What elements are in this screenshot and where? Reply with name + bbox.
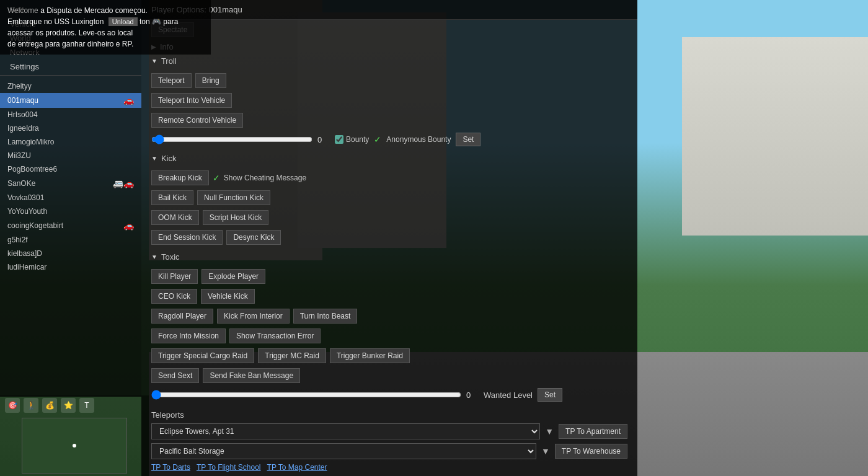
troll-row-3: Remote Control Vehicle [151, 110, 627, 130]
bounty-slider[interactable] [151, 133, 312, 146]
player-name-g5hi2f: g5hi2f [7, 236, 28, 244]
tp-to-warehouse-button[interactable]: TP To Warehouse [555, 444, 627, 459]
anonymous-bounty-label[interactable]: Anonymous Bounty [386, 135, 451, 144]
bounty-checkbox-label[interactable]: Bounty [335, 135, 369, 144]
null-function-kick-button[interactable]: Null Function Kick [197, 190, 270, 205]
player-item-zheityy[interactable]: Zheityy [0, 79, 141, 93]
building-right [682, 37, 868, 236]
tp-to-darts-link[interactable]: TP To Darts [151, 463, 190, 472]
script-host-kick-button[interactable]: Script Host Kick [203, 210, 269, 225]
desync-kick-button[interactable]: Desync Kick [226, 230, 281, 245]
turn-into-beast-button[interactable]: Turn Into Beast [293, 309, 358, 324]
tp-to-apartment-button[interactable]: TP To Apartment [559, 424, 627, 439]
player-item-cooingkogetabirt[interactable]: cooingKogetabirt 🚗 [0, 218, 141, 233]
oom-kick-button[interactable]: OOM Kick [151, 210, 199, 225]
bounty-label-text: Bounty [346, 135, 369, 144]
vehicle-kick-button[interactable]: Vehicle Kick [201, 289, 255, 304]
player-item-001maqu[interactable]: 001maqu 🚗 [0, 93, 141, 108]
checkmark-icon: ✓ [374, 134, 381, 144]
end-session-kick-button[interactable]: End Session Kick [151, 230, 223, 245]
force-into-mission-button[interactable]: Force Into Mission [151, 328, 226, 343]
toxic-row-2: CEO Kick Vehicle Kick [151, 286, 627, 306]
troll-section-header[interactable]: ▼ Troll [141, 54, 637, 68]
warehouse-select[interactable]: Pacific Bait Storage [151, 443, 536, 459]
player-item-sanoke[interactable]: SanOKe 🚐🚗 [0, 176, 141, 191]
apartment-select[interactable]: Eclipse Towers, Apt 31 [151, 423, 540, 439]
toxic-label: Toxic [161, 252, 180, 262]
player-name-kielbasa: kielbasa]D [7, 249, 42, 258]
send-sext-button[interactable]: Send Sext [151, 368, 199, 383]
teleports-section: Teleports Eclipse Towers, Apt 31 ▼ TP To… [141, 407, 637, 475]
warehouse-dropdown-arrow: ▼ [541, 446, 550, 456]
player-item-yoyouyouth[interactable]: YoYouYouth [0, 205, 141, 218]
player-name-zheityy: Zheityy [7, 82, 32, 90]
apartment-dropdown-arrow: ▼ [545, 426, 554, 436]
bounty-checkbox[interactable] [335, 135, 343, 144]
send-fake-ban-message-button[interactable]: Send Fake Ban Message [203, 368, 300, 383]
player-item-pogboomtree6[interactable]: PogBoomtree6 [0, 162, 141, 176]
bounty-set-button[interactable]: Set [456, 133, 480, 146]
trigger-mc-raid-button[interactable]: Trigger MC Raid [258, 348, 326, 363]
sidebar-divider [0, 75, 141, 76]
player-item-mii3zu[interactable]: Mii3ZU [0, 149, 141, 162]
teleport-into-vehicle-button[interactable]: Teleport Into Vehicle [151, 93, 232, 108]
remote-control-vehicle-button[interactable]: Remote Control Vehicle [151, 113, 243, 128]
kick-section-header[interactable]: ▼ Kick [141, 151, 637, 165]
hud-star-icon: ⭐ [61, 398, 76, 413]
hud-money-icon: 💰 [42, 398, 57, 413]
trigger-special-cargo-raid-button[interactable]: Trigger Special Cargo Raid [151, 348, 254, 363]
player-list: Zheityy 001maqu 🚗 HrIso004 IgneeIdra Lam… [0, 79, 141, 397]
wanted-level-value: 0 [466, 390, 479, 400]
kick-label: Kick [161, 154, 177, 163]
player-item-lamogiomikro[interactable]: LamogioMikro [0, 135, 141, 149]
kick-row-2: Bail Kick Null Function Kick [151, 188, 627, 208]
wanted-level-set-button[interactable]: Set [538, 388, 562, 402]
player-vehicle-icon-001maqu: 🚗 [123, 95, 134, 105]
kick-from-interior-button[interactable]: Kick From Interior [217, 309, 290, 324]
unload-button[interactable]: Unload [108, 17, 138, 26]
player-item-vovka0301[interactable]: Vovka0301 [0, 191, 141, 205]
bring-button[interactable]: Bring [195, 73, 226, 88]
show-transaction-error-button[interactable]: Show Transaction Error [229, 328, 321, 343]
notification-overlay: Welcome a Disputa de Mercado começou. Em… [0, 0, 211, 55]
player-item-g5hi2f[interactable]: g5hi2f [0, 233, 141, 247]
player-item-hriso004[interactable]: HrIso004 [0, 108, 141, 121]
hud-bottom: 🎯 🚶 💰 ⭐ T [0, 395, 149, 476]
sidebar-item-settings[interactable]: Settings [0, 60, 141, 74]
show-cheating-message-label[interactable]: Show Cheating Message [224, 174, 306, 182]
bail-kick-button[interactable]: Bail Kick [151, 190, 193, 205]
explode-player-button[interactable]: Explode Player [202, 269, 265, 284]
ragdoll-player-button[interactable]: Ragdoll Player [151, 309, 213, 324]
sidebar: Self Vehicle World Network Settings Zhei… [0, 0, 141, 397]
player-item-ludihemicar[interactable]: ludiHemicar [0, 260, 141, 274]
tp-to-map-center-link[interactable]: TP To Map Center [267, 463, 327, 472]
notification-symbol: ton 🎮 para [140, 17, 178, 26]
breakup-kick-button[interactable]: Breakup Kick [151, 170, 209, 185]
troll-label: Troll [161, 56, 177, 66]
apartment-dropdown-row: Eclipse Towers, Apt 31 ▼ TP To Apartment [151, 423, 627, 439]
toxic-section-header[interactable]: ▼ Toxic [141, 250, 637, 264]
kill-player-button[interactable]: Kill Player [151, 269, 198, 284]
player-name-lamogiomikro: LamogioMikro [7, 138, 54, 146]
teleport-button[interactable]: Teleport [151, 73, 192, 88]
show-cheating-message-text: Show Cheating Message [224, 174, 306, 182]
player-name-hriso004: HrIso004 [7, 110, 38, 119]
player-name-igneeldra: IgneeIdra [7, 124, 39, 133]
notification-line3: acessar os produtos. Leve-os ao local [7, 27, 203, 38]
info-section-header[interactable]: ▶ Info [141, 40, 637, 54]
notification-line2: Embarque no USS Luxington [7, 17, 104, 26]
trigger-bunker-raid-button[interactable]: Trigger Bunker Raid [330, 348, 410, 363]
ceo-kick-button[interactable]: CEO Kick [151, 289, 197, 304]
toxic-row-4: Force Into Mission Show Transaction Erro… [151, 326, 627, 346]
player-item-igneeldra[interactable]: IgneeIdra [0, 121, 141, 135]
wanted-level-slider[interactable] [151, 390, 461, 400]
hud-icons-row: 🎯 🚶 💰 ⭐ T [0, 395, 149, 415]
player-name-pogboomtree6: PogBoomtree6 [7, 165, 57, 174]
tp-to-flight-school-link[interactable]: TP To Flight School [197, 463, 261, 472]
toxic-section: Kill Player Explode Player CEO Kick Vehi… [141, 264, 637, 407]
minimap-player-dot [73, 444, 76, 447]
notification-line1: a Disputa de Mercado começou. [40, 6, 148, 15]
toxic-row-3: Ragdoll Player Kick From Interior Turn I… [151, 306, 627, 326]
player-item-kielbasa[interactable]: kielbasa]D [0, 247, 141, 260]
troll-row-2: Teleport Into Vehicle [151, 90, 627, 110]
